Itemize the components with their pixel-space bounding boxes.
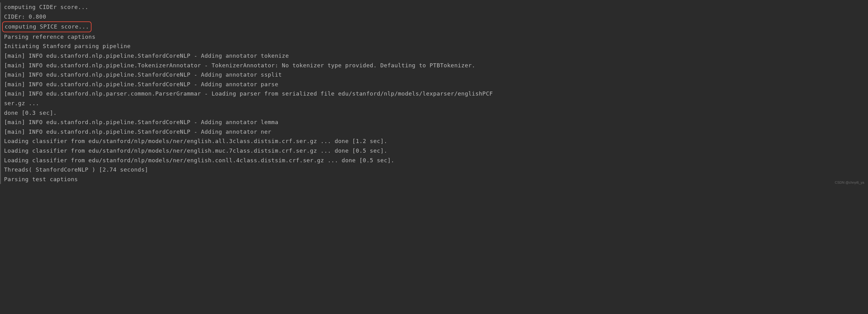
terminal-line: Threads( StanfordCoreNLP ) [2.74 seconds… <box>4 165 868 175</box>
terminal-line: [main] INFO edu.stanford.nlp.pipeline.St… <box>4 118 868 127</box>
terminal-line: computing SPICE score... <box>4 22 868 32</box>
highlighted-line: computing SPICE score... <box>2 22 92 32</box>
terminal-line: Loading classifier from edu/stanford/nlp… <box>4 136 868 146</box>
terminal-line: [main] INFO edu.stanford.nlp.pipeline.St… <box>4 70 868 80</box>
terminal-line: CIDEr: 0.800 <box>4 12 868 22</box>
terminal-line: Initiating Stanford parsing pipeline <box>4 41 868 51</box>
terminal-line: [main] INFO edu.stanford.nlp.parser.comm… <box>4 89 868 99</box>
terminal-line: [main] INFO edu.stanford.nlp.pipeline.To… <box>4 61 868 70</box>
terminal-line: Parsing test captions <box>4 175 868 184</box>
terminal-line: done [0.3 sec]. <box>4 108 868 118</box>
terminal-output[interactable]: computing CIDEr score...CIDEr: 0.800comp… <box>0 2 868 184</box>
terminal-line: Loading classifier from edu/stanford/nlp… <box>4 156 868 165</box>
terminal-line: Loading classifier from edu/stanford/nlp… <box>4 146 868 156</box>
terminal-line: ser.gz ... <box>4 99 868 108</box>
terminal-line: [main] INFO edu.stanford.nlp.pipeline.St… <box>4 51 868 61</box>
watermark-text: CSDN @chnyi6_ya <box>835 180 864 186</box>
terminal-line: [main] INFO edu.stanford.nlp.pipeline.St… <box>4 127 868 137</box>
terminal-line: [main] INFO edu.stanford.nlp.pipeline.St… <box>4 80 868 89</box>
terminal-line: Parsing reference captions <box>4 32 868 42</box>
terminal-line: computing CIDEr score... <box>4 2 868 12</box>
